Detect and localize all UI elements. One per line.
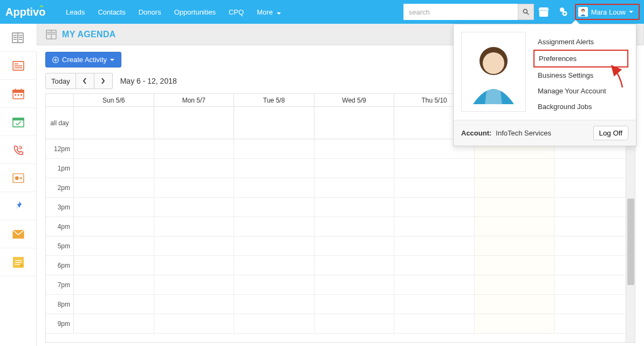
day-header[interactable]: Tue 5/8 xyxy=(234,94,314,106)
hour-cell[interactable] xyxy=(394,198,475,216)
hour-cell[interactable] xyxy=(154,314,235,333)
hour-cell[interactable] xyxy=(314,178,395,197)
hour-cell[interactable] xyxy=(154,178,235,197)
user-menu-background-jobs[interactable]: Background Jobs xyxy=(533,99,628,114)
nav-item-leads[interactable]: Leads xyxy=(59,8,91,16)
hour-cell[interactable] xyxy=(314,314,395,333)
hour-cell[interactable] xyxy=(314,295,395,314)
hour-cell[interactable] xyxy=(154,236,235,255)
hour-cell[interactable] xyxy=(554,178,635,197)
user-menu-business-settings[interactable]: Business Settings xyxy=(533,67,628,83)
hour-cell[interactable] xyxy=(154,295,235,314)
hour-cell[interactable] xyxy=(394,314,475,333)
hour-cell[interactable] xyxy=(475,256,555,275)
hour-cell[interactable] xyxy=(475,236,555,255)
rail-notes[interactable] xyxy=(0,248,36,276)
nav-more[interactable]: More xyxy=(250,8,287,16)
hour-cell[interactable] xyxy=(154,139,235,158)
hour-cell[interactable] xyxy=(314,275,395,294)
rail-pinned[interactable] xyxy=(0,192,36,220)
rail-followups[interactable] xyxy=(0,164,36,192)
hour-cell[interactable] xyxy=(475,314,555,333)
hour-cell[interactable] xyxy=(234,198,314,216)
nav-item-contacts[interactable]: Contacts xyxy=(91,8,132,16)
hour-cell[interactable] xyxy=(74,295,154,314)
hour-cell[interactable] xyxy=(475,217,555,236)
hour-cell[interactable] xyxy=(234,256,314,275)
hour-cell[interactable] xyxy=(314,198,395,216)
hour-cell[interactable] xyxy=(154,198,235,216)
hour-cell[interactable] xyxy=(554,159,635,178)
day-header[interactable]: Mon 5/7 xyxy=(154,94,235,106)
hour-cell[interactable] xyxy=(475,275,555,294)
hour-cell[interactable] xyxy=(314,159,395,178)
hour-cell[interactable] xyxy=(314,256,395,275)
user-menu-manage-your-account[interactable]: Manage Your Account xyxy=(533,83,628,99)
hour-cell[interactable] xyxy=(74,236,154,255)
hour-cell[interactable] xyxy=(154,159,235,178)
hour-cell[interactable] xyxy=(234,236,314,255)
notifications-icon[interactable] xyxy=(553,7,573,17)
create-activity-button[interactable]: Create Activity xyxy=(45,52,121,67)
hour-cell[interactable] xyxy=(394,295,475,314)
brand-logo[interactable]: Apptivo xyxy=(0,5,59,19)
hour-cell[interactable] xyxy=(74,314,154,333)
nav-item-donors[interactable]: Donors xyxy=(132,8,168,16)
prev-week-button[interactable] xyxy=(76,73,94,89)
all-day-cell[interactable] xyxy=(314,107,395,139)
hour-cell[interactable] xyxy=(394,256,475,275)
hour-cell[interactable] xyxy=(554,236,635,255)
hour-cell[interactable] xyxy=(314,236,395,255)
hour-cell[interactable] xyxy=(74,275,154,294)
hour-cell[interactable] xyxy=(475,295,555,314)
day-header[interactable]: Wed 5/9 xyxy=(314,94,395,106)
hour-cell[interactable] xyxy=(554,314,635,333)
rail-tasks[interactable] xyxy=(0,108,36,136)
rail-calendar[interactable] xyxy=(0,80,36,108)
rail-agenda[interactable] xyxy=(0,24,37,52)
hour-cell[interactable] xyxy=(234,217,314,236)
scrollbar-thumb[interactable] xyxy=(627,199,634,285)
hour-cell[interactable] xyxy=(234,178,314,197)
log-off-button[interactable]: Log Off xyxy=(593,126,628,140)
all-day-cell[interactable] xyxy=(234,107,314,139)
rail-news[interactable] xyxy=(0,52,36,80)
hour-cell[interactable] xyxy=(394,236,475,255)
search-input[interactable] xyxy=(403,4,518,20)
hour-cell[interactable] xyxy=(554,217,635,236)
rail-email[interactable] xyxy=(0,220,36,248)
hour-cell[interactable] xyxy=(475,198,555,216)
user-menu-assignment-alerts[interactable]: Assignment Alerts xyxy=(533,34,628,50)
today-button[interactable]: Today xyxy=(45,73,76,89)
hour-cell[interactable] xyxy=(394,217,475,236)
nav-item-opportunities[interactable]: Opportunities xyxy=(168,8,222,16)
hour-cell[interactable] xyxy=(74,198,154,216)
day-header[interactable]: Sun 5/6 xyxy=(74,94,154,106)
hour-cell[interactable] xyxy=(154,256,235,275)
hour-cell[interactable] xyxy=(74,217,154,236)
hour-cell[interactable] xyxy=(234,314,314,333)
hour-cell[interactable] xyxy=(554,295,635,314)
rail-calls[interactable] xyxy=(0,136,36,164)
search-button[interactable] xyxy=(518,4,534,20)
hour-cell[interactable] xyxy=(554,198,635,216)
hour-cell[interactable] xyxy=(394,178,475,197)
hour-cell[interactable] xyxy=(554,256,635,275)
hour-cell[interactable] xyxy=(554,275,635,294)
hour-cell[interactable] xyxy=(74,178,154,197)
nav-item-cpq[interactable]: CPQ xyxy=(222,8,250,16)
hour-cell[interactable] xyxy=(394,159,475,178)
hour-cell[interactable] xyxy=(234,159,314,178)
hour-cell[interactable] xyxy=(234,295,314,314)
hour-cell[interactable] xyxy=(74,256,154,275)
hour-cell[interactable] xyxy=(394,275,475,294)
app-store-icon[interactable] xyxy=(534,7,553,17)
all-day-cell[interactable] xyxy=(74,107,154,139)
hour-cell[interactable] xyxy=(475,159,555,178)
hour-cell[interactable] xyxy=(234,139,314,158)
hour-cell[interactable] xyxy=(475,178,555,197)
vertical-scrollbar[interactable] xyxy=(626,139,635,343)
hour-cell[interactable] xyxy=(154,275,235,294)
hour-cell[interactable] xyxy=(154,217,235,236)
user-menu-trigger[interactable]: Mara Louw xyxy=(575,4,640,20)
